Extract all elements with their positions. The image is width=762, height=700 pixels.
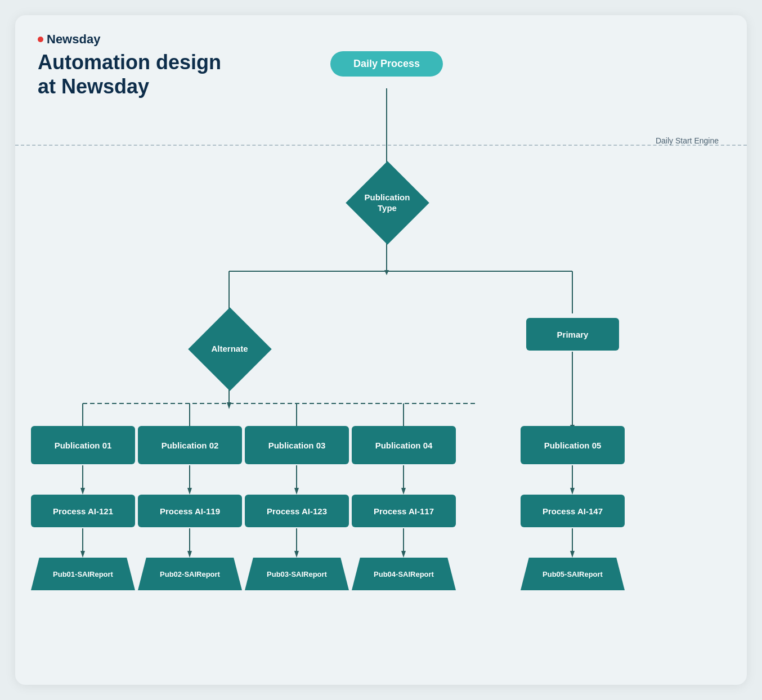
ai147-label: Process AI-147 [543, 506, 603, 516]
daily-process-label: Daily Process [353, 58, 420, 70]
svg-marker-19 [401, 488, 406, 495]
pub02-node: Publication 02 [138, 426, 242, 464]
pub02-label: Publication 02 [162, 441, 219, 450]
ai123-node: Process AI-123 [245, 495, 349, 527]
svg-marker-27 [294, 551, 299, 558]
sai02-label: Pub02-SAIReport [160, 570, 220, 578]
sai03-shape: Pub03-SAIReport [245, 558, 349, 590]
svg-marker-23 [80, 551, 85, 558]
pub05-node: Publication 05 [521, 426, 625, 464]
sai05-shape: Pub05-SAIReport [521, 558, 625, 590]
svg-marker-25 [187, 551, 192, 558]
publication-type-label: PublicationType [365, 192, 410, 214]
svg-marker-15 [187, 488, 192, 495]
daily-process-node: Daily Process [330, 51, 443, 77]
ai123-label: Process AI-123 [267, 506, 327, 516]
sai03-label: Pub03-SAIReport [267, 570, 327, 578]
svg-marker-33 [384, 270, 389, 275]
pub01-node: Publication 01 [31, 426, 135, 464]
pub04-label: Publication 04 [375, 441, 433, 450]
sai01-node: Pub01-SAIReport [31, 558, 135, 590]
primary-node: Primary [526, 318, 619, 351]
ai121-label: Process AI-121 [53, 506, 113, 516]
sai04-label: Pub04-SAIReport [374, 570, 434, 578]
ai117-label: Process AI-117 [374, 506, 434, 516]
svg-marker-31 [570, 551, 575, 558]
primary-label: Primary [557, 330, 589, 339]
svg-marker-21 [570, 488, 575, 495]
sai03-node: Pub03-SAIReport [245, 558, 349, 590]
ai147-node: Process AI-147 [521, 495, 625, 527]
ai119-node: Process AI-119 [138, 495, 242, 527]
sai04-node: Pub04-SAIReport [352, 558, 456, 590]
sai01-shape: Pub01-SAIReport [31, 558, 135, 590]
ai121-node: Process AI-121 [31, 495, 135, 527]
svg-marker-29 [401, 551, 406, 558]
pub01-label: Publication 01 [55, 441, 112, 450]
main-card: Newsday Automation designat Newsday Dail… [15, 15, 747, 685]
pub03-node: Publication 03 [245, 426, 349, 464]
sai02-node: Pub02-SAIReport [138, 558, 242, 590]
sai05-node: Pub05-SAIReport [521, 558, 625, 590]
ai117-node: Process AI-117 [352, 495, 456, 527]
alternate-node: Alternate [193, 312, 266, 385]
svg-marker-34 [227, 402, 231, 409]
pub04-node: Publication 04 [352, 426, 456, 464]
publication-type-node: PublicationType [351, 166, 424, 239]
pub05-label: Publication 05 [544, 441, 602, 450]
svg-marker-13 [80, 488, 85, 495]
flowchart-container: Daily Process PublicationType Alternate … [15, 15, 747, 685]
svg-marker-17 [294, 488, 299, 495]
ai119-label: Process AI-119 [160, 506, 220, 516]
sai02-shape: Pub02-SAIReport [138, 558, 242, 590]
sai04-shape: Pub04-SAIReport [352, 558, 456, 590]
alternate-label: Alternate [211, 343, 248, 355]
pub03-label: Publication 03 [268, 441, 326, 450]
sai05-label: Pub05-SAIReport [543, 570, 603, 578]
sai01-label: Pub01-SAIReport [53, 570, 113, 578]
